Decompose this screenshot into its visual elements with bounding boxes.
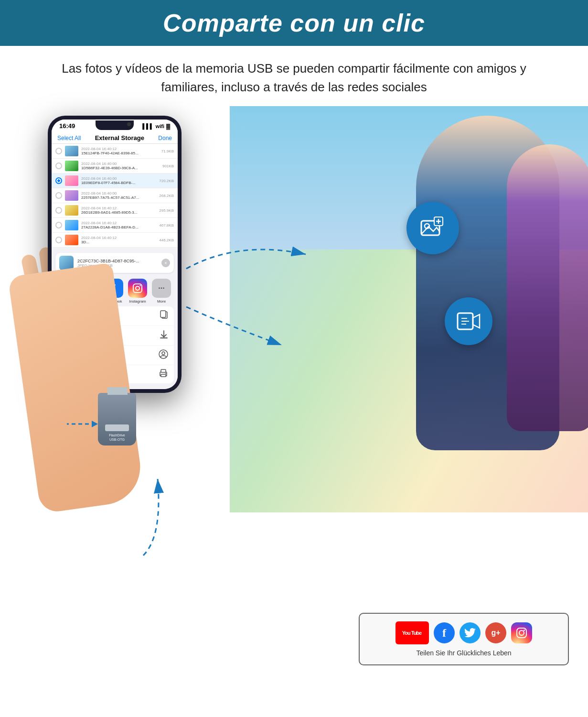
save-image-icon [160,330,168,341]
usb-device-body: FlashDriveUSB-OTG [98,393,136,445]
svg-point-20 [162,352,165,355]
file-radio[interactable] [55,207,62,214]
table-row[interactable]: 2022-08-04 16:40:12 27A2228A-D1A8-4B23-B… [52,218,178,233]
file-size: 295.9KB [159,208,174,213]
file-name: 26D1E2B9-6AD1-4685-89D5-3... [81,210,156,215]
file-date: 2022-08-04 16:40:12 [81,236,156,240]
app-title: External Storage [95,134,144,141]
table-row[interactable]: 2022-08-04 16:40:12 26D1E2B9-6AD1-4685-8… [52,203,178,218]
more-label: More [157,299,166,304]
file-date: 2022-08-04 16:40:00 [81,191,156,196]
file-info: 2022-08-04 16:40:00 2257EB97-7A75-4C57-8… [81,191,156,200]
social-bar-text: Teilen Sie Ihr Glückliches Leben [416,649,511,657]
table-row[interactable]: 2022-08-04 16:40:00 2257EB97-7A75-4C57-8… [52,188,178,203]
file-info: 2022-08-04 16:40:00 1E09EDF8-07F7-4584-B… [81,176,156,185]
file-radio[interactable] [55,192,62,199]
svg-point-24 [165,373,166,374]
instagram-label: Instagram [129,299,146,304]
header-banner: Comparte con un clic [0,0,588,46]
svg-point-16 [139,285,140,286]
phone-camera [127,122,131,126]
file-date: 2022-08-04 16:40:12 [81,147,159,151]
preview-close-button[interactable]: × [161,259,170,267]
header-title: Comparte con un clic [10,9,578,37]
usb-arrow [62,417,100,433]
svg-point-28 [524,630,525,631]
svg-rect-23 [161,374,166,377]
file-date: 2022-08-04 16:40:00 [81,176,156,181]
file-info: 2022-08-04 16:40:12 27A2228A-D1A8-4B23-B… [81,221,156,229]
file-thumbnail [65,161,78,171]
battery-icon: ▓ [166,123,170,129]
lightning-connector [107,387,128,395]
app-header: Select All External Storage Done [52,132,178,144]
file-size: 446.2KB [159,238,174,242]
status-icons: ▌▌▌ wifi ▓ [142,123,170,129]
file-radio[interactable] [55,222,62,228]
status-time: 16:49 [59,122,75,130]
file-info: 2022-08-04 16:40:12 26D1E2B9-6AD1-4685-8… [81,206,156,215]
file-name: 1D5B6F32-4E39-46BD-99C8-A... [81,166,160,170]
select-all-button[interactable]: Select All [57,135,81,141]
instagram-icon [128,279,147,298]
file-name: 1E09EDF8-07F7-4584-BDFB-... [81,181,156,185]
file-thumbnail [65,220,78,230]
file-thumbnail [65,190,78,201]
share-video-icon [445,297,492,345]
file-size: 71.9KB [161,149,174,153]
file-date: 2022-08-04 16:40:00 [81,162,160,166]
preview-filename: 2C2FC73C-3B1B-4D87-8C95-... [77,259,158,263]
file-size: 901KB [162,164,174,168]
main-content: 16:49 ▌▌▌ wifi ▓ Select All External Sto… [0,106,588,680]
svg-point-27 [519,630,524,635]
assign-contact-icon [159,349,168,361]
file-name: 15E124FB-7F40-42AE-8398-85... [81,151,159,155]
instagram-app-item[interactable]: Instagram [128,279,147,304]
file-list: 2022-08-04 16:40:12 15E124FB-7F40-42AE-8… [52,144,178,248]
wifi-icon: wifi [156,123,164,129]
svg-rect-22 [161,369,166,372]
file-date: 2022-08-04 16:40:12 [81,206,156,210]
person-female-shape [507,144,588,431]
file-radio-selected[interactable] [55,177,62,184]
file-info: 2022-08-04 16:40:12 15E124FB-7F40-42AE-8… [81,147,159,155]
print-icon [159,369,168,380]
table-row[interactable]: 2022-08-04 16:40:00 1E09EDF8-07F7-4584-B… [52,174,178,188]
file-radio[interactable] [55,163,62,169]
youtube-icon: YouTube [396,621,429,644]
more-icon: ··· [152,279,171,298]
social-icons-row: YouTube f g+ [396,621,532,644]
file-thumbnail [65,146,78,156]
file-size: 467.8KB [159,223,174,228]
subtitle-text: Las fotos y vídeos de la memoria USB se … [38,59,550,97]
phone-wrapper: 16:49 ▌▌▌ wifi ▓ Select All External Sto… [24,116,186,618]
more-app-item[interactable]: ··· More [152,279,171,304]
page-wrapper: Comparte con un clic Las fotos y vídeos … [0,0,588,680]
done-button[interactable]: Done [158,135,172,141]
file-size: 268.2KB [159,194,174,198]
file-radio[interactable] [55,148,62,154]
table-row[interactable]: 2022-08-04 16:40:00 1D5B6F32-4E39-46BD-9… [52,159,178,174]
facebook-social-icon: f [434,622,455,643]
instagram-social-icon [511,622,532,643]
subtitle-area: Las fotos y vídeos de la memoria USB se … [0,46,588,106]
twitter-icon [460,622,481,643]
table-row[interactable]: 2022-08-04 16:40:12 3D... 446.2KB [52,233,178,248]
usb-label: FlashDriveUSB-OTG [109,433,125,442]
scene-background [230,106,588,512]
file-date: 2022-08-04 16:40:12 [81,221,156,225]
svg-point-15 [136,286,139,290]
svg-rect-26 [517,628,526,638]
file-thumbnail [65,205,78,216]
usb-button [105,424,129,431]
file-thumbnail [65,235,78,245]
svg-marker-6 [473,315,480,328]
social-bar: YouTube f g+ Teilen Sie Ihr Gl [359,613,569,665]
file-radio[interactable] [55,237,62,243]
share-photo-icon [406,202,459,254]
svg-rect-18 [160,311,166,317]
signal-icon: ▌▌▌ [142,123,153,129]
file-thumbnail [65,175,78,186]
table-row[interactable]: 2022-08-04 16:40:12 15E124FB-7F40-42AE-8… [52,144,178,159]
svg-marker-25 [92,421,98,427]
